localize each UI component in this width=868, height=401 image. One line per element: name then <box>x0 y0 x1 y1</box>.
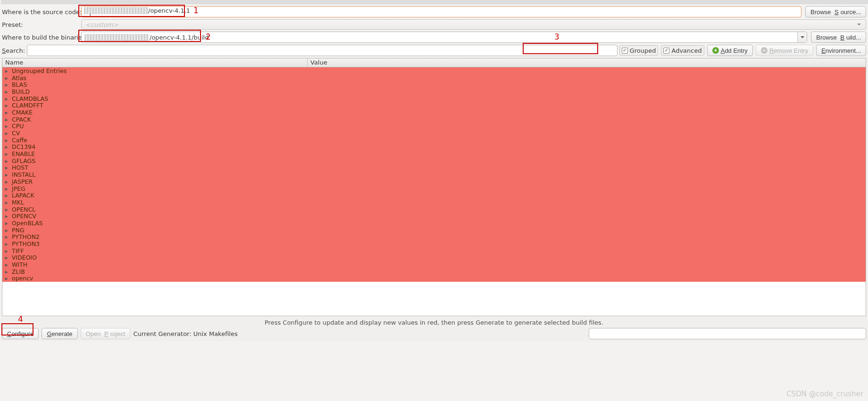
expand-icon[interactable]: ▸ <box>3 109 10 116</box>
grouped-checkbox[interactable]: ✓ <box>622 48 628 54</box>
table-row[interactable]: ▸CLAMDFFT <box>2 102 866 109</box>
advanced-checkbox[interactable]: ✓ <box>663 48 669 54</box>
table-row[interactable]: ▸BLAS <box>2 81 866 88</box>
table-row[interactable]: ▸ZLIB <box>2 268 866 275</box>
expand-icon[interactable]: ▸ <box>3 123 10 130</box>
search-input[interactable] <box>27 45 618 56</box>
table-row[interactable]: ▸CV <box>2 130 866 137</box>
expand-icon[interactable]: ▸ <box>3 247 10 254</box>
table-row[interactable]: ▸BUILD <box>2 88 866 95</box>
table-row[interactable]: ▸ENABLE <box>2 150 866 157</box>
table-row[interactable]: ▸WITH <box>2 261 866 268</box>
environment-button[interactable]: Environment... <box>816 45 866 56</box>
table-row[interactable]: ▸PNG <box>2 227 866 234</box>
table-row[interactable]: ▸OPENCV <box>2 213 866 220</box>
expand-icon[interactable]: ▸ <box>3 192 10 199</box>
expand-icon[interactable]: ▸ <box>3 227 10 234</box>
group-name-cell: CMAKE <box>10 109 306 116</box>
expand-icon[interactable]: ▸ <box>3 137 10 144</box>
expand-icon[interactable]: ▸ <box>3 130 10 137</box>
group-name-cell: CLAMDBLAS <box>10 95 306 102</box>
build-path-suffix: /opencv-4.1.1/build <box>150 34 209 41</box>
table-row[interactable]: ▸CPU <box>2 123 866 130</box>
generate-button[interactable]: Generate <box>42 328 77 339</box>
table-row[interactable]: ▸CMAKE <box>2 109 866 116</box>
table-row[interactable]: ▸TIFF <box>2 247 866 254</box>
table-row[interactable]: ▸Ungrouped Entries <box>2 67 866 74</box>
table-row[interactable]: ▸INSTALL <box>2 171 866 178</box>
open-project-button[interactable]: Open Project <box>81 328 131 339</box>
build-row: Where to build the binaries: /opencv-4.1… <box>0 31 868 44</box>
table-row[interactable]: ▸CLAMDBLAS <box>2 95 866 102</box>
group-name-cell: OPENCV <box>10 213 306 220</box>
build-path-dropdown-button[interactable] <box>797 32 807 42</box>
grouped-checkbox-wrap[interactable]: ✓ Grouped <box>619 45 659 56</box>
expand-icon[interactable]: ▸ <box>3 199 10 206</box>
table-row[interactable]: ▸Atlas <box>2 74 866 82</box>
table-row[interactable]: ▸PYTHON3 <box>2 240 866 247</box>
table-row[interactable]: ▸PYTHON2 <box>2 234 866 241</box>
expand-icon[interactable]: ▸ <box>3 81 10 88</box>
table-row[interactable]: ▸OpenBLAS <box>2 220 866 227</box>
search-label: Search: <box>2 47 25 54</box>
group-name-cell: JASPER <box>10 178 306 185</box>
expand-icon[interactable]: ▸ <box>3 102 10 109</box>
expand-icon[interactable]: ▸ <box>3 88 10 95</box>
expand-icon[interactable]: ▸ <box>3 95 10 102</box>
expand-icon[interactable]: ▸ <box>3 261 10 268</box>
expand-icon[interactable]: ▸ <box>3 178 10 185</box>
group-name-cell: OpenBLAS <box>10 220 306 227</box>
table-row[interactable]: ▸DC1394 <box>2 144 866 151</box>
expand-icon[interactable]: ▸ <box>3 220 10 227</box>
expand-icon[interactable]: ▸ <box>3 67 10 74</box>
preset-combo[interactable]: <custom> <box>81 19 866 30</box>
group-name-cell: CPACK <box>10 116 306 123</box>
add-entry-button[interactable]: + Add Entry <box>707 45 753 56</box>
expand-icon[interactable]: ▸ <box>3 74 10 82</box>
group-name-cell: INSTALL <box>10 171 306 178</box>
build-path-blurred-prefix <box>84 34 149 41</box>
table-row[interactable]: ▸JPEG <box>2 185 866 192</box>
table-row[interactable]: ▸Caffe <box>2 137 866 144</box>
group-name-cell: DC1394 <box>10 143 306 150</box>
table-row[interactable]: ▸VIDEOIO <box>2 254 866 262</box>
expand-icon[interactable]: ▸ <box>3 116 10 123</box>
expand-icon[interactable]: ▸ <box>3 213 10 220</box>
advanced-checkbox-wrap[interactable]: ✓ Advanced <box>661 45 704 56</box>
expand-icon[interactable]: ▸ <box>3 240 10 247</box>
expand-icon[interactable]: ▸ <box>3 171 10 178</box>
source-code-label: Where is the source code: <box>2 8 77 16</box>
table-row[interactable]: ▸GFLAGS <box>2 157 866 164</box>
group-name-cell: VIDEOIO <box>10 254 306 261</box>
expand-icon[interactable]: ▸ <box>3 254 10 261</box>
table-row[interactable]: ▸opencv <box>2 275 866 282</box>
column-header-value[interactable]: Value <box>308 58 866 67</box>
build-path-combo[interactable]: /opencv-4.1.1/build <box>81 32 807 43</box>
table-row[interactable]: ▸CPACK <box>2 116 866 123</box>
expand-icon[interactable]: ▸ <box>3 233 10 240</box>
expand-icon[interactable]: ▸ <box>3 206 10 213</box>
expand-icon[interactable]: ▸ <box>3 185 10 192</box>
table-row[interactable]: ▸JASPER <box>2 178 866 185</box>
configure-button[interactable]: Configure <box>2 328 39 339</box>
current-generator-label: Current Generator: Unix Makefiles <box>133 330 237 337</box>
bottom-filter-input[interactable] <box>589 328 866 339</box>
group-name-cell: WITH <box>10 261 306 268</box>
table-row[interactable]: ▸OPENCL <box>2 206 866 213</box>
group-name-cell: PYTHON3 <box>10 240 306 247</box>
preset-placeholder: <custom> <box>85 21 118 28</box>
expand-icon[interactable]: ▸ <box>3 150 10 157</box>
browse-source-button[interactable]: Browse Source... <box>805 6 866 17</box>
browse-build-button[interactable]: Browse Build... <box>811 32 866 43</box>
table-row[interactable]: ▸MKL <box>2 199 866 206</box>
expand-icon[interactable]: ▸ <box>3 157 10 164</box>
expand-icon[interactable]: ▸ <box>3 164 10 171</box>
table-row[interactable]: ▸LAPACK <box>2 192 866 199</box>
expand-icon[interactable]: ▸ <box>3 268 10 275</box>
expand-icon[interactable]: ▸ <box>3 275 10 282</box>
remove-entry-button[interactable]: − Remove Entry <box>756 45 813 56</box>
source-code-input[interactable] <box>81 6 801 17</box>
column-header-name[interactable]: Name <box>2 58 308 67</box>
table-row[interactable]: ▸HOST <box>2 164 866 172</box>
expand-icon[interactable]: ▸ <box>3 143 10 150</box>
